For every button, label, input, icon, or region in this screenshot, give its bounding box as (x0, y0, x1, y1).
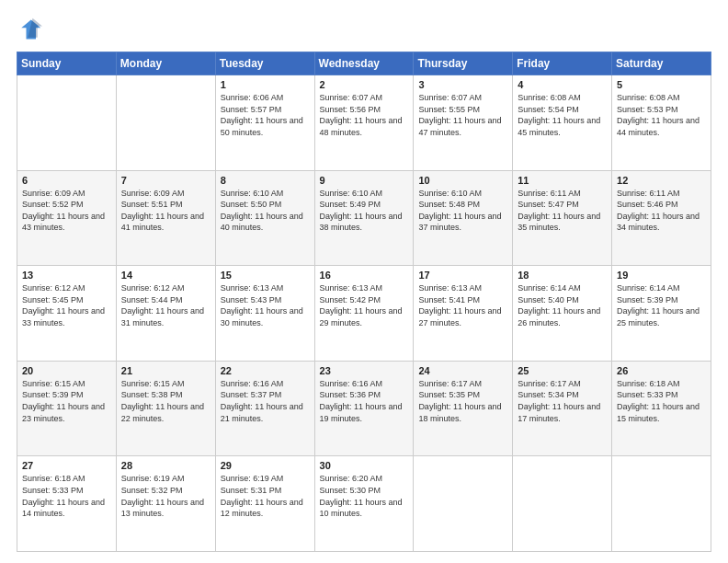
calendar-cell: 27Sunrise: 6:18 AMSunset: 5:33 PMDayligh… (17, 456, 117, 552)
column-header-wednesday: Wednesday (314, 52, 414, 75)
day-info: Sunrise: 6:13 AMSunset: 5:41 PMDaylight:… (418, 282, 507, 328)
calendar-cell: 21Sunrise: 6:15 AMSunset: 5:38 PMDayligh… (116, 361, 215, 456)
day-number: 4 (518, 79, 607, 90)
day-info: Sunrise: 6:16 AMSunset: 5:37 PMDaylight:… (221, 378, 310, 424)
column-header-sunday: Sunday (17, 52, 117, 75)
day-info: Sunrise: 6:17 AMSunset: 5:34 PMDaylight:… (518, 378, 607, 424)
day-info: Sunrise: 6:09 AMSunset: 5:52 PMDaylight:… (22, 188, 111, 234)
day-info: Sunrise: 6:14 AMSunset: 5:40 PMDaylight:… (518, 282, 607, 328)
day-number: 14 (121, 270, 210, 281)
day-info: Sunrise: 6:14 AMSunset: 5:39 PMDaylight:… (617, 282, 706, 328)
calendar-cell: 2Sunrise: 6:07 AMSunset: 5:56 PMDaylight… (314, 75, 414, 171)
day-info: Sunrise: 6:11 AMSunset: 5:47 PMDaylight:… (518, 188, 607, 234)
column-header-tuesday: Tuesday (215, 52, 314, 75)
calendar-cell: 1Sunrise: 6:06 AMSunset: 5:57 PMDaylight… (215, 75, 314, 171)
calendar-cell: 23Sunrise: 6:16 AMSunset: 5:36 PMDayligh… (314, 361, 414, 456)
calendar-cell: 3Sunrise: 6:07 AMSunset: 5:55 PMDaylight… (414, 75, 513, 171)
calendar-cell: 25Sunrise: 6:17 AMSunset: 5:34 PMDayligh… (513, 361, 612, 456)
logo-icon (17, 17, 42, 42)
column-header-friday: Friday (513, 52, 612, 75)
day-number: 17 (418, 270, 507, 281)
day-info: Sunrise: 6:15 AMSunset: 5:39 PMDaylight:… (22, 378, 111, 424)
day-info: Sunrise: 6:12 AMSunset: 5:44 PMDaylight:… (121, 282, 210, 328)
day-number: 2 (320, 79, 409, 90)
calendar-cell: 6Sunrise: 6:09 AMSunset: 5:52 PMDaylight… (17, 170, 117, 266)
day-number: 20 (22, 365, 111, 376)
day-number: 13 (22, 270, 111, 281)
day-number: 19 (617, 270, 706, 281)
week-row-1: 6Sunrise: 6:09 AMSunset: 5:52 PMDaylight… (17, 170, 711, 266)
calendar-cell (116, 75, 215, 171)
day-number: 30 (320, 460, 409, 471)
day-number: 3 (418, 79, 507, 90)
week-row-0: 1Sunrise: 6:06 AMSunset: 5:57 PMDaylight… (17, 75, 711, 171)
week-row-2: 13Sunrise: 6:12 AMSunset: 5:45 PMDayligh… (17, 266, 711, 362)
day-info: Sunrise: 6:17 AMSunset: 5:35 PMDaylight:… (418, 378, 507, 424)
day-number: 11 (518, 175, 607, 186)
day-info: Sunrise: 6:07 AMSunset: 5:56 PMDaylight:… (320, 92, 409, 138)
day-number: 10 (418, 175, 507, 186)
day-number: 21 (121, 365, 210, 376)
page: SundayMondayTuesdayWednesdayThursdayFrid… (0, 0, 728, 563)
day-number: 18 (518, 270, 607, 281)
calendar-cell (414, 456, 513, 552)
day-info: Sunrise: 6:19 AMSunset: 5:32 PMDaylight:… (121, 473, 210, 519)
calendar: SundayMondayTuesdayWednesdayThursdayFrid… (17, 52, 711, 552)
day-info: Sunrise: 6:13 AMSunset: 5:43 PMDaylight:… (221, 282, 310, 328)
calendar-cell: 11Sunrise: 6:11 AMSunset: 5:47 PMDayligh… (513, 170, 612, 266)
day-number: 8 (221, 175, 310, 186)
day-number: 25 (518, 365, 607, 376)
calendar-cell: 10Sunrise: 6:10 AMSunset: 5:48 PMDayligh… (414, 170, 513, 266)
calendar-cell: 7Sunrise: 6:09 AMSunset: 5:51 PMDaylight… (116, 170, 215, 266)
calendar-cell: 15Sunrise: 6:13 AMSunset: 5:43 PMDayligh… (215, 266, 314, 362)
calendar-cell: 24Sunrise: 6:17 AMSunset: 5:35 PMDayligh… (414, 361, 513, 456)
day-number: 1 (221, 79, 310, 90)
day-number: 6 (22, 175, 111, 186)
calendar-cell (513, 456, 612, 552)
header-row: SundayMondayTuesdayWednesdayThursdayFrid… (17, 52, 711, 75)
calendar-cell: 20Sunrise: 6:15 AMSunset: 5:39 PMDayligh… (17, 361, 117, 456)
calendar-cell: 12Sunrise: 6:11 AMSunset: 5:46 PMDayligh… (612, 170, 711, 266)
week-row-3: 20Sunrise: 6:15 AMSunset: 5:39 PMDayligh… (17, 361, 711, 456)
calendar-cell: 14Sunrise: 6:12 AMSunset: 5:44 PMDayligh… (116, 266, 215, 362)
day-info: Sunrise: 6:08 AMSunset: 5:54 PMDaylight:… (518, 92, 607, 138)
day-info: Sunrise: 6:07 AMSunset: 5:55 PMDaylight:… (418, 92, 507, 138)
calendar-cell: 9Sunrise: 6:10 AMSunset: 5:49 PMDaylight… (314, 170, 414, 266)
day-number: 12 (617, 175, 706, 186)
day-number: 27 (22, 460, 111, 471)
calendar-cell: 4Sunrise: 6:08 AMSunset: 5:54 PMDaylight… (513, 75, 612, 171)
day-number: 28 (121, 460, 210, 471)
day-number: 29 (221, 460, 310, 471)
day-number: 5 (617, 79, 706, 90)
day-info: Sunrise: 6:12 AMSunset: 5:45 PMDaylight:… (22, 282, 111, 328)
day-info: Sunrise: 6:15 AMSunset: 5:38 PMDaylight:… (121, 378, 210, 424)
day-info: Sunrise: 6:16 AMSunset: 5:36 PMDaylight:… (320, 378, 409, 424)
header (17, 17, 711, 42)
day-number: 23 (320, 365, 409, 376)
calendar-cell: 30Sunrise: 6:20 AMSunset: 5:30 PMDayligh… (314, 456, 414, 552)
calendar-cell: 22Sunrise: 6:16 AMSunset: 5:37 PMDayligh… (215, 361, 314, 456)
logo (17, 17, 46, 42)
calendar-cell: 13Sunrise: 6:12 AMSunset: 5:45 PMDayligh… (17, 266, 117, 362)
day-number: 24 (418, 365, 507, 376)
day-number: 15 (221, 270, 310, 281)
day-number: 16 (320, 270, 409, 281)
day-info: Sunrise: 6:10 AMSunset: 5:50 PMDaylight:… (221, 188, 310, 234)
day-number: 22 (221, 365, 310, 376)
day-info: Sunrise: 6:19 AMSunset: 5:31 PMDaylight:… (221, 473, 310, 519)
day-info: Sunrise: 6:10 AMSunset: 5:49 PMDaylight:… (320, 188, 409, 234)
calendar-cell: 28Sunrise: 6:19 AMSunset: 5:32 PMDayligh… (116, 456, 215, 552)
day-info: Sunrise: 6:11 AMSunset: 5:46 PMDaylight:… (617, 188, 706, 234)
calendar-cell: 29Sunrise: 6:19 AMSunset: 5:31 PMDayligh… (215, 456, 314, 552)
day-info: Sunrise: 6:06 AMSunset: 5:57 PMDaylight:… (221, 92, 310, 138)
week-row-4: 27Sunrise: 6:18 AMSunset: 5:33 PMDayligh… (17, 456, 711, 552)
calendar-cell: 18Sunrise: 6:14 AMSunset: 5:40 PMDayligh… (513, 266, 612, 362)
calendar-cell (17, 75, 117, 171)
calendar-cell: 5Sunrise: 6:08 AMSunset: 5:53 PMDaylight… (612, 75, 711, 171)
column-header-monday: Monday (116, 52, 215, 75)
day-info: Sunrise: 6:20 AMSunset: 5:30 PMDaylight:… (320, 473, 409, 519)
column-header-thursday: Thursday (414, 52, 513, 75)
column-header-saturday: Saturday (612, 52, 711, 75)
calendar-cell: 26Sunrise: 6:18 AMSunset: 5:33 PMDayligh… (612, 361, 711, 456)
day-info: Sunrise: 6:08 AMSunset: 5:53 PMDaylight:… (617, 92, 706, 138)
